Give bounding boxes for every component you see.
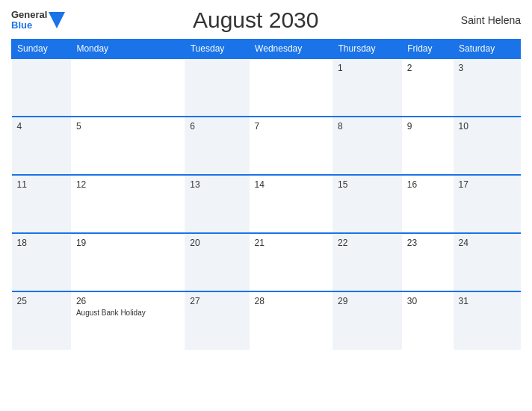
calendar-cell: 17 <box>454 175 521 233</box>
calendar-week-row: 18192021222324 <box>12 233 521 291</box>
day-number: 14 <box>255 179 327 190</box>
day-number: 15 <box>338 179 397 190</box>
day-number: 22 <box>338 238 397 248</box>
day-number: 16 <box>407 179 448 190</box>
header-monday: Monday <box>71 40 185 59</box>
day-number: 5 <box>76 121 179 132</box>
calendar-cell: 22 <box>332 233 402 291</box>
logo-icon <box>49 12 65 28</box>
header-wednesday: Wednesday <box>250 40 332 59</box>
calendar-cell: 11 <box>12 175 71 233</box>
day-number: 25 <box>17 296 66 306</box>
day-number: 7 <box>255 121 327 132</box>
header-sunday: Sunday <box>12 40 71 59</box>
calendar-cell: 3 <box>454 58 521 117</box>
calendar-container: General Blue August 2030 Saint Helena Su… <box>0 0 532 411</box>
calendar-cell: 12 <box>71 175 185 233</box>
calendar-cell: 7 <box>250 117 332 175</box>
calendar-cell: 23 <box>402 233 454 291</box>
calendar-cell <box>12 58 71 117</box>
day-number: 9 <box>407 121 448 132</box>
calendar-week-row: 123 <box>12 58 521 117</box>
day-number: 18 <box>17 238 66 248</box>
calendar-cell: 14 <box>250 175 332 233</box>
day-number: 27 <box>190 296 244 306</box>
calendar-week-row: 45678910 <box>12 117 521 175</box>
svg-marker-0 <box>49 12 65 28</box>
calendar-week-row: 2526August Bank Holiday2728293031 <box>12 291 521 350</box>
day-number: 1 <box>338 63 397 73</box>
calendar-cell: 9 <box>402 117 454 175</box>
day-number: 11 <box>17 179 66 190</box>
calendar-cell: 4 <box>12 117 71 175</box>
day-number: 29 <box>338 296 397 306</box>
calendar-cell: 27 <box>185 291 249 350</box>
day-number: 23 <box>407 238 448 248</box>
calendar-cell: 5 <box>71 117 185 175</box>
header-saturday: Saturday <box>454 40 521 59</box>
calendar-header: General Blue August 2030 Saint Helena <box>11 7 521 33</box>
calendar-cell: 13 <box>185 175 249 233</box>
day-number: 17 <box>459 179 516 190</box>
calendar-cell: 1 <box>332 58 402 117</box>
day-number: 21 <box>255 238 327 248</box>
day-number: 28 <box>255 296 327 306</box>
day-number: 31 <box>459 296 516 306</box>
calendar-table: Sunday Monday Tuesday Wednesday Thursday… <box>11 39 521 350</box>
header-thursday: Thursday <box>332 40 402 59</box>
header-tuesday: Tuesday <box>185 40 249 59</box>
calendar-cell: 18 <box>12 233 71 291</box>
calendar-cell: 28 <box>250 291 332 350</box>
calendar-cell: 20 <box>185 233 249 291</box>
day-number: 12 <box>76 179 179 190</box>
event-label: August Bank Holiday <box>76 308 179 318</box>
logo-blue-text: Blue <box>11 19 32 31</box>
calendar-week-row: 11121314151617 <box>12 175 521 233</box>
day-number: 26 <box>76 296 179 306</box>
month-title: August 2030 <box>65 7 446 33</box>
day-number: 30 <box>407 296 448 306</box>
calendar-cell: 29 <box>332 291 402 350</box>
logo-general-text: General <box>11 9 47 20</box>
day-number: 10 <box>459 121 516 132</box>
calendar-cell: 19 <box>71 233 185 291</box>
day-number: 8 <box>338 121 397 132</box>
calendar-cell: 26August Bank Holiday <box>71 291 185 350</box>
calendar-cell: 25 <box>12 291 71 350</box>
calendar-cell: 21 <box>250 233 332 291</box>
day-number: 4 <box>17 121 66 132</box>
calendar-cell: 10 <box>454 117 521 175</box>
calendar-cell <box>185 58 249 117</box>
calendar-cell: 6 <box>185 117 249 175</box>
header-friday: Friday <box>402 40 454 59</box>
day-number: 19 <box>76 238 179 248</box>
calendar-cell <box>250 58 332 117</box>
weekday-header-row: Sunday Monday Tuesday Wednesday Thursday… <box>12 40 521 59</box>
calendar-cell: 8 <box>332 117 402 175</box>
day-number: 24 <box>459 238 516 248</box>
logo: General Blue <box>11 10 65 31</box>
day-number: 20 <box>190 238 244 248</box>
calendar-cell <box>71 58 185 117</box>
day-number: 3 <box>459 63 516 73</box>
calendar-cell: 15 <box>332 175 402 233</box>
calendar-cell: 24 <box>454 233 521 291</box>
region-label: Saint Helena <box>446 14 521 26</box>
calendar-cell: 30 <box>402 291 454 350</box>
calendar-cell: 2 <box>402 58 454 117</box>
calendar-cell: 31 <box>454 291 521 350</box>
calendar-cell: 16 <box>402 175 454 233</box>
day-number: 13 <box>190 179 244 190</box>
day-number: 2 <box>407 63 448 73</box>
day-number: 6 <box>190 121 244 132</box>
